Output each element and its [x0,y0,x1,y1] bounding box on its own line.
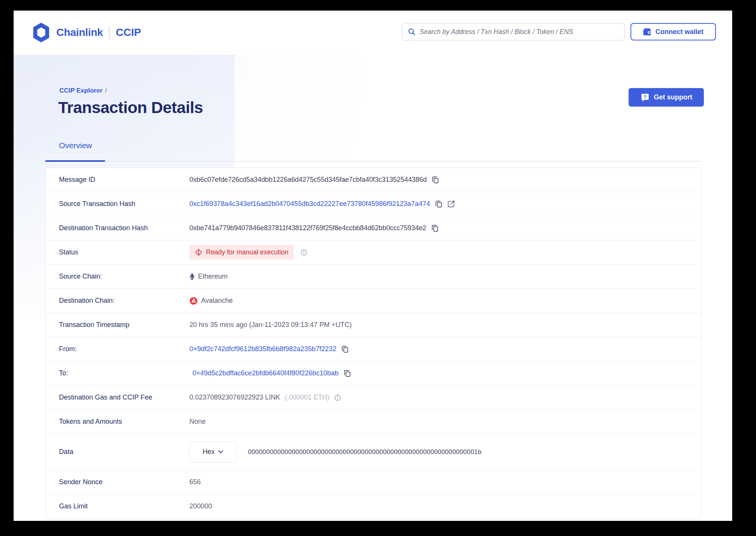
row-label: From: [59,345,189,353]
table-row-sender-nonce: Sender Nonce 656 [46,470,701,494]
data-format-select[interactable]: Hex [189,442,237,463]
source-chain-value: Ethereum [198,273,228,280]
table-row-source-chain: Source Chain: Ethereum [46,265,701,289]
search-input[interactable] [420,28,619,36]
search-icon [407,28,416,36]
row-label: Transaction Timestamp [59,321,189,329]
gas-limit-value: 200000 [189,502,212,510]
table-row-status: Status Ready for manual execution [46,240,701,265]
chevron-down-icon [218,450,223,454]
avalanche-icon [189,297,198,305]
row-label: Source Transaction Hash [59,200,189,208]
copy-icon[interactable] [435,200,443,208]
timestamp-value: 20 hrs 35 mins ago (Jan-11-2023 09:13:47… [189,321,352,329]
wallet-icon [643,28,652,36]
to-address-link[interactable]: 0×49d5c2bdffac6ce2bfdb6640f4f80f226bc10b… [192,369,339,377]
external-link-icon[interactable] [447,200,455,208]
row-label: Destination Transaction Hash [59,224,189,232]
tokens-value: None [189,418,206,426]
get-support-label: Get support [654,93,692,101]
chainlink-logo-icon [32,22,50,43]
table-row-data: Data Hex 0000000000000000000000000000000… [46,434,701,470]
copy-icon[interactable] [431,224,439,232]
table-row-to: To: 0×49d5c2bdffac6ce2bfdb6640f4f80f226b… [46,361,701,386]
ethereum-icon [189,273,195,281]
copy-icon[interactable] [341,345,349,353]
support-chat-icon: ? [640,93,650,102]
connect-wallet-button[interactable]: Connect wallet [631,23,716,40]
row-label: Data [59,448,189,456]
tab-bar: Overview [45,141,701,159]
row-label: Sender Nonce [59,478,189,486]
data-hex-value: 0000000000000000000000000000000000000000… [248,448,482,456]
row-label: To: [59,369,189,377]
row-label: Gas Limit [59,502,189,510]
status-text: Ready for manual execution [206,248,288,256]
table-row-dest-tx-hash: Destination Transaction Hash 0xbe741a779… [46,216,701,240]
brand-divider [109,26,110,39]
table-row-dest-chain: Destination Chain: Avalanche [46,289,701,313]
fee-value: 0.023708923076922923 LINK [189,393,280,401]
tab-divider-line [45,161,701,162]
row-label: Destination Gas and CCIP Fee [59,393,189,401]
table-row-tokens: Tokens and Amounts None [46,410,701,434]
connect-wallet-label: Connect wallet [655,28,703,36]
get-support-button[interactable]: ? Get support [629,88,704,107]
ccip-explorer-page: Chainlink CCIP [14,11,732,521]
row-label: Status [59,248,189,256]
row-label: Tokens and Amounts [59,418,189,426]
status-badge: Ready for manual execution [189,245,294,260]
row-label: Message ID [59,176,189,184]
info-icon[interactable] [334,394,341,401]
breadcrumb-separator: / [105,87,107,94]
copy-icon[interactable] [343,369,351,377]
breadcrumb[interactable]: CCIP Explorer/ [59,87,107,94]
message-id-value: 0xb6c07efde726cd5a34dbb1226a6d4275c55d34… [189,176,427,184]
table-row-empty [46,519,701,520]
table-row-timestamp: Transaction Timestamp 20 hrs 35 mins ago… [46,313,701,337]
table-row-source-tx-hash: Source Transaction Hash 0xc1f69378a4c343… [46,192,701,216]
source-tx-hash-link[interactable]: 0xc1f69378a4c343ef16ad2b0470455db3cd2222… [189,200,430,208]
svg-text:?: ? [643,94,646,100]
alert-diamond-icon [195,248,203,256]
table-row-fee: Destination Gas and CCIP Fee 0.023708923… [46,386,701,410]
copy-icon[interactable] [431,176,439,184]
search-bar[interactable] [402,23,625,40]
table-row-from: From: 0×9df2c742dfcf9612b835fb6b8f982a23… [46,337,701,361]
screen: Chainlink CCIP [0,0,756,536]
table-row-message-id: Message ID 0xb6c07efde726cd5a34dbb1226a6… [46,168,701,192]
brand-name: Chainlink [56,26,103,39]
sender-nonce-value: 656 [189,478,201,486]
brand-product: CCIP [116,26,141,39]
row-label: Source Chain: [59,273,189,280]
data-format-value: Hex [203,448,215,456]
transaction-details-card: Message ID 0xb6c07efde726cd5a34dbb1226a6… [45,167,701,520]
fee-secondary-value: (.000001 ETH) [285,393,329,401]
tab-active-underline [45,160,105,162]
table-row-gas-limit: Gas Limit 200000 [46,494,701,519]
top-header: Chainlink CCIP [14,11,732,55]
dest-chain-value: Avalanche [201,297,233,305]
row-label: Destination Chain: [59,297,189,305]
tab-overview[interactable]: Overview [59,141,92,159]
dest-tx-hash-value: 0xbe741a779b9407846e837811f438122f769f25… [189,224,426,232]
info-icon[interactable] [300,249,308,256]
brand-logo-group[interactable]: Chainlink CCIP [32,22,141,43]
from-address-link[interactable]: 0×9df2c742dfcf9612b835fb6b8f982a235b7f22… [189,345,336,353]
breadcrumb-link[interactable]: CCIP Explorer [59,87,102,94]
page-title: Transaction Details [58,98,203,117]
